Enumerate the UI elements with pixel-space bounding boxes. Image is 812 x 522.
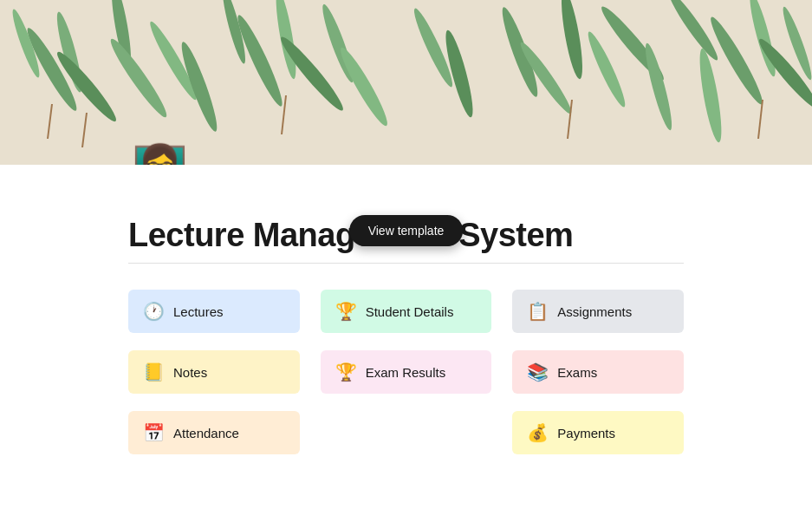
view-template-button[interactable]: View template (349, 215, 464, 246)
exams-icon: 📚 (527, 362, 549, 382)
card-payments[interactable]: 💰 Payments (512, 411, 684, 454)
header-banner: 👩‍🏫 (0, 0, 812, 165)
payments-label: Payments (557, 426, 615, 440)
cards-grid-bottom: 📅 Attendance 💰 Payments (128, 411, 684, 454)
card-lectures[interactable]: 🕐 Lectures (128, 290, 300, 333)
notes-icon: 📒 (143, 362, 165, 382)
main-content: View template Lecture Management System … (0, 165, 812, 522)
notes-label: Notes (173, 365, 207, 380)
avatar: 👩‍🏫 (128, 137, 191, 165)
title-divider (128, 263, 684, 264)
lectures-label: Lectures (173, 304, 224, 319)
attendance-label: Attendance (173, 426, 239, 440)
card-student-details[interactable]: 🏆 Student Details (321, 290, 492, 333)
card-exams[interactable]: 📚 Exams (512, 350, 684, 394)
payments-icon: 💰 (527, 422, 549, 443)
card-exam-results[interactable]: 🏆 Exam Results (321, 350, 492, 394)
exam-results-label: Exam Results (366, 365, 446, 380)
lectures-icon: 🕐 (143, 301, 165, 322)
cards-grid: 🕐 Lectures 🏆 Student Details 📋 Assignmen… (128, 290, 684, 394)
student-details-label: Student Details (366, 304, 454, 319)
exam-results-icon: 🏆 (335, 362, 357, 382)
attendance-icon: 📅 (143, 422, 165, 443)
avatar-container: 👩‍🏫 (128, 137, 191, 165)
card-notes[interactable]: 📒 Notes (128, 350, 300, 394)
assignments-icon: 📋 (527, 301, 549, 322)
assignments-label: Assignments (557, 304, 632, 319)
exams-label: Exams (557, 365, 597, 380)
card-attendance[interactable]: 📅 Attendance (128, 411, 300, 454)
card-assignments[interactable]: 📋 Assignments (512, 290, 684, 333)
student-details-icon: 🏆 (335, 301, 357, 322)
